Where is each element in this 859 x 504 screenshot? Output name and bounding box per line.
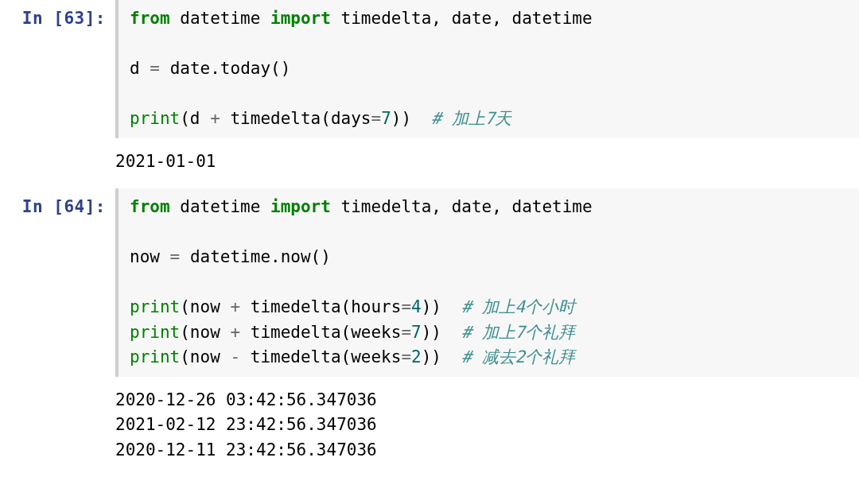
paren-close: )) — [422, 323, 462, 342]
operator-minus: - — [230, 347, 240, 366]
operator-eq: = — [170, 247, 181, 266]
output-area: 2021-01-01 — [115, 145, 216, 181]
paren-open: (d — [180, 109, 210, 128]
input-prompt: In [64]: — [22, 197, 106, 216]
number-literal: 2 — [411, 347, 422, 366]
code-input-area[interactable]: from datetime import timedelta, date, da… — [115, 188, 859, 377]
keyword-from: from — [130, 197, 170, 216]
operator-plus: + — [210, 109, 220, 128]
module-name: datetime — [180, 9, 260, 28]
operator-plus: + — [230, 297, 240, 316]
output-line: 2021-01-01 — [115, 149, 216, 175]
code-cell: In [63]: from datetime import timedelta,… — [0, 0, 859, 138]
expression: date.today() — [170, 59, 291, 78]
code-line: d = date.today() — [130, 56, 851, 82]
code-line: now = datetime.now() — [130, 245, 851, 270]
operator-eq: = — [401, 347, 411, 366]
input-prompt: In [63]: — [22, 9, 106, 28]
paren-close: )) — [391, 109, 432, 128]
code-line: from datetime import timedelta, date, da… — [130, 6, 851, 32]
output-area: 2020-12-26 03:42:56.347036 2021-02-12 23… — [115, 383, 377, 470]
output-line: 2020-12-26 03:42:56.347036 — [115, 388, 377, 413]
operator-eq: = — [150, 59, 160, 78]
code-line: print(d + timedelta(days=7)) # 加上7天 — [130, 107, 851, 132]
paren-open: (now — [180, 297, 230, 316]
output-line: 2021-02-12 23:42:56.347036 — [115, 413, 377, 438]
import-names: timedelta, date, datetime — [341, 9, 593, 28]
prompt-column-empty — [0, 145, 115, 181]
builtin-print: print — [130, 347, 180, 366]
builtin-print: print — [130, 323, 180, 342]
code-line: print(now + timedelta(weeks=7)) # 加上7个礼拜 — [130, 320, 851, 346]
builtin-print: print — [130, 109, 180, 128]
paren-open: (now — [180, 323, 230, 342]
call-mid: timedelta(hours — [240, 297, 401, 316]
paren-close: )) — [422, 297, 462, 316]
code-cell: In [64]: from datetime import timedelta,… — [0, 188, 859, 377]
comment: # 加上7天 — [431, 109, 511, 128]
variable: now — [130, 247, 160, 266]
comment: # 减去2个礼拜 — [461, 347, 575, 366]
operator-eq: = — [371, 109, 381, 128]
import-names: timedelta, date, datetime — [341, 197, 593, 216]
operator-eq: = — [401, 323, 411, 342]
notebook: In [63]: from datetime import timedelta,… — [0, 0, 859, 469]
number-literal: 7 — [411, 323, 422, 342]
comment: # 加上4个小时 — [461, 297, 575, 316]
operator-eq: = — [401, 297, 411, 316]
code-line-blank — [130, 32, 851, 57]
operator-plus: + — [230, 323, 240, 342]
prompt-column-empty — [0, 383, 115, 470]
output-line: 2020-12-11 23:42:56.347036 — [115, 438, 377, 463]
comment: # 加上7个礼拜 — [461, 323, 575, 342]
keyword-import: import — [270, 9, 331, 28]
expression: datetime.now() — [190, 247, 331, 266]
builtin-print: print — [130, 297, 180, 316]
call-mid: timedelta(weeks — [240, 347, 401, 366]
code-line: from datetime import timedelta, date, da… — [130, 195, 851, 220]
module-name: datetime — [180, 197, 260, 216]
call-mid: timedelta(days — [220, 109, 371, 128]
code-line-blank — [130, 270, 851, 296]
keyword-import: import — [270, 197, 331, 216]
paren-close: )) — [422, 347, 462, 366]
code-line-blank — [130, 82, 851, 107]
paren-open: (now — [180, 347, 230, 366]
prompt-column: In [63]: — [0, 0, 115, 138]
variable: d — [130, 59, 140, 78]
number-literal: 4 — [411, 297, 422, 316]
call-mid: timedelta(weeks — [240, 323, 401, 342]
keyword-from: from — [130, 9, 170, 28]
code-input-area[interactable]: from datetime import timedelta, date, da… — [115, 0, 859, 138]
output-cell: 2021-01-01 — [0, 145, 859, 181]
number-literal: 7 — [381, 109, 391, 128]
code-line: print(now - timedelta(weeks=2)) # 减去2个礼拜 — [130, 345, 851, 370]
code-line-blank — [130, 220, 851, 246]
prompt-column: In [64]: — [0, 188, 115, 377]
code-line: print(now + timedelta(hours=4)) # 加上4个小时 — [130, 295, 851, 320]
output-cell: 2020-12-26 03:42:56.347036 2021-02-12 23… — [0, 383, 859, 470]
